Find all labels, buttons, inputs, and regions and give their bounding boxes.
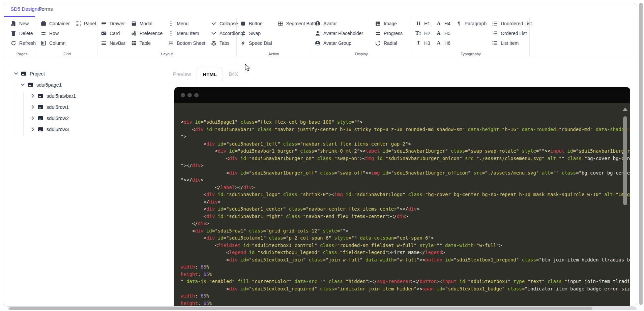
ribbon-item-card[interactable]: Card xyxy=(101,28,125,38)
svg-text:2: 2 xyxy=(493,33,494,35)
code-editor-panel: <div id="sdui5page1" class="flex flex-co… xyxy=(174,87,630,307)
ribbon-item-container[interactable]: Container xyxy=(40,19,70,28)
ribbon-item-navbar[interactable]: NavBar xyxy=(101,38,125,48)
ribbon-item-drawer[interactable]: Drawer xyxy=(101,19,125,28)
ribbon-item-avatar-group[interactable]: Avatar Group xyxy=(315,38,370,48)
chevron-right-icon[interactable] xyxy=(30,93,35,99)
code-line: width: 65% xyxy=(181,263,623,271)
app-tab-sd5-designer[interactable]: SD5 Designer xyxy=(10,6,42,12)
ribbon-item-label: Container xyxy=(49,21,70,26)
ribbon-item-h3[interactable]: ŦH3 xyxy=(415,38,430,48)
tree-item-sdui5row2[interactable]: sdui5row2 xyxy=(10,113,155,124)
ribbon-item-h6[interactable]: AH6 xyxy=(436,38,450,48)
ribbon-item-h2[interactable]: T↕H2 xyxy=(415,28,430,38)
column-icon xyxy=(40,40,47,46)
delete-icon xyxy=(10,30,17,36)
ribbon-group-display: AvatarAvatar PlaceholderAvatar GroupImag… xyxy=(311,17,412,57)
tree-item-sdui5navbar1[interactable]: sdui5navbar1 xyxy=(10,90,155,101)
code-view[interactable]: <div id="sdui5page1" class="flex flex-co… xyxy=(174,103,630,307)
editor-vertical-scrollbar[interactable] xyxy=(623,116,627,205)
ribbon-item-label: Drawer xyxy=(110,21,125,26)
scrollbar-thumb[interactable] xyxy=(9,307,592,310)
editor-title-bar xyxy=(174,87,630,103)
svg-text:1: 1 xyxy=(493,31,494,33)
ribbon-item-h1[interactable]: HH1 xyxy=(415,19,430,28)
ribbon-item-delete[interactable]: Delete xyxy=(10,28,36,38)
ribbon-group-label: Layout xyxy=(97,52,236,56)
tree-item-sdui5row3[interactable]: sdui5row3 xyxy=(10,124,155,135)
chevron-down-icon[interactable] xyxy=(13,71,19,76)
ribbon-item-swap[interactable]: Swap xyxy=(240,28,272,38)
ribbon-item-preference[interactable]: Preference xyxy=(131,28,163,38)
ribbon-item-label: Image xyxy=(384,21,397,26)
ribbon-item-unordered-list[interactable]: Unordered List xyxy=(492,19,532,28)
ribbon-item-label: Progress xyxy=(384,31,403,36)
ribbon-item-avatar-placeholder[interactable]: Avatar Placeholder xyxy=(315,28,370,38)
ribbon-item-new[interactable]: New xyxy=(10,19,36,28)
page-vertical-scrollbar[interactable] xyxy=(639,3,643,308)
panel-icon xyxy=(75,21,81,27)
ribbon-group-label: Display xyxy=(311,52,412,56)
ribbon-item-menu-item[interactable]: Menu Item xyxy=(168,28,205,38)
page-icon xyxy=(28,82,33,88)
ribbon-item-ordered-list[interactable]: 12Ordered List xyxy=(492,28,532,38)
h5-icon: A xyxy=(436,30,442,36)
ribbon-item-bottom-sheet[interactable]: Bottom Sheet xyxy=(168,38,205,48)
ribbon-group-grid: ContainerRowColumnPanelGrid xyxy=(37,17,97,57)
ribbon-item-column[interactable]: Column xyxy=(40,38,70,48)
ribbon-item-label: Avatar Group xyxy=(323,40,351,46)
ribbon-item-row[interactable]: Row xyxy=(40,28,70,38)
ribbon-item-h5[interactable]: AH5 xyxy=(436,28,450,38)
window-controls xyxy=(181,93,199,97)
ribbon-item-accordion[interactable]: Accordion xyxy=(211,28,240,38)
speed-dial-icon xyxy=(240,40,246,46)
code-line: "></div> xyxy=(181,177,623,184)
scrollbar-thumb[interactable] xyxy=(639,3,643,305)
project-explorer-tree: Projectsdui5page1sdui5navbar1sdui5row1sd… xyxy=(10,68,155,135)
ribbon-item-list-item[interactable]: List Item xyxy=(492,38,532,48)
ribbon-item-label: Tabs xyxy=(219,40,230,46)
chevron-right-icon[interactable] xyxy=(30,127,35,132)
editor-scroll-up-icon[interactable] xyxy=(622,107,628,111)
ribbon-item-progress[interactable]: Progress xyxy=(375,28,409,38)
ribbon-item-table[interactable]: Table xyxy=(131,38,163,48)
tree-item-sdui5page1[interactable]: sdui5page1 xyxy=(10,79,155,90)
avatar-placeholder-icon xyxy=(315,30,321,36)
ribbon-item-speed-dial[interactable]: Speed Dial xyxy=(240,38,272,48)
ribbon-item-panel[interactable]: Panel xyxy=(75,19,96,28)
code-line: <div id="sdui5navbar1_logo" class="shrin… xyxy=(181,191,623,198)
code-line: </div> xyxy=(181,220,623,227)
ordered-list-icon: 12 xyxy=(492,30,498,36)
ribbon-item-paragraph[interactable]: ¶Paragraph xyxy=(456,19,487,28)
chevron-down-icon[interactable] xyxy=(20,82,25,88)
ribbon-item-tabs[interactable]: Tabs xyxy=(211,38,240,48)
container-icon xyxy=(40,21,47,27)
code-line: <div id="sdui5row1" class="grid grid-col… xyxy=(181,227,623,235)
doc-tab-b4x[interactable]: B4X xyxy=(223,67,244,81)
preference-icon xyxy=(131,30,137,36)
tree-item-sdui5row1[interactable]: sdui5row1 xyxy=(10,101,155,113)
chevron-right-icon[interactable] xyxy=(30,116,35,121)
ribbon-item-radial[interactable]: Radial xyxy=(375,38,409,48)
ribbon-item-label: H4 xyxy=(444,21,450,26)
page-horizontal-scrollbar[interactable] xyxy=(0,307,644,310)
ribbon-item-modal[interactable]: Modal xyxy=(131,19,163,28)
ribbon-item-button[interactable]: Button xyxy=(240,19,272,28)
ribbon-item-refresh[interactable]: Refresh xyxy=(10,38,36,48)
ribbon-item-image[interactable]: Image xyxy=(375,19,409,28)
tree-item-label: sdui5row1 xyxy=(47,104,69,110)
segment-button-icon xyxy=(277,21,284,27)
ribbon-item-menu[interactable]: Menu xyxy=(168,19,205,28)
ribbon-item-label: Column xyxy=(49,40,65,46)
doc-tab-html[interactable]: HTML xyxy=(197,67,223,81)
app-tab-forms[interactable]: Forms xyxy=(38,6,53,12)
tabs-icon xyxy=(211,40,217,46)
ribbon-item-collapse[interactable]: Collapse xyxy=(211,19,240,28)
page-icon xyxy=(38,104,43,110)
ribbon-item-h4[interactable]: AH4 xyxy=(436,19,450,28)
h4-icon: A xyxy=(436,21,442,27)
tree-item-project[interactable]: Project xyxy=(10,68,155,79)
chevron-right-icon[interactable] xyxy=(30,104,35,110)
ribbon-item-avatar[interactable]: Avatar xyxy=(315,19,370,28)
doc-tab-preview[interactable]: Preview xyxy=(167,67,197,81)
